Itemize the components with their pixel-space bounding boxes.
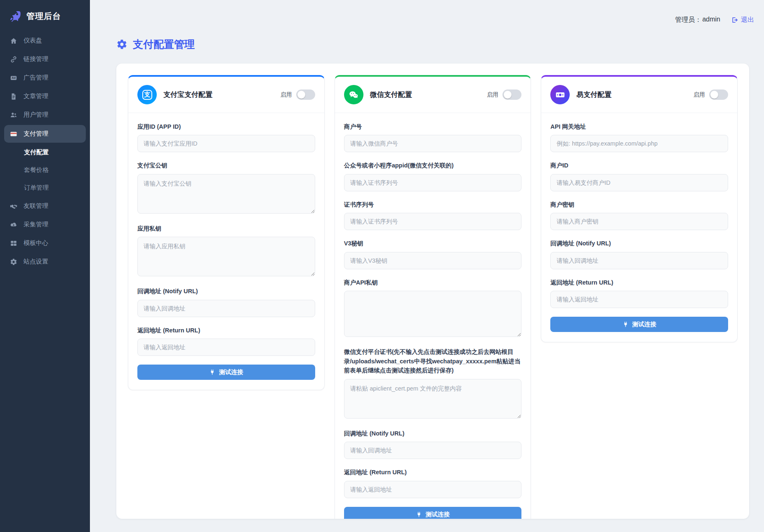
epay-card-body: API 网关地址商户ID商户密钥回调地址 (Notify URL)返回地址 (R… [541,113,737,342]
alipay-enable-group: 启用 [281,89,315,100]
wechat-card-title: 微信支付配置 [370,90,481,99]
field-label: 商户号 [344,122,522,131]
wechat-card-body: 商户号公众号或者小程序appid(微信支付关联的)证书序列号V3秘钥商户API私… [335,113,531,519]
alipay-enable-toggle[interactable] [296,89,315,100]
wechat-textarea-4[interactable] [344,291,522,337]
alipay-card-header: 支支付宝支付配置启用 [128,77,324,113]
epay-input-4[interactable] [550,291,728,308]
wechat-field: 公众号或者小程序appid(微信支付关联的) [344,161,522,191]
sidebar-item-label: 链接管理 [24,55,48,63]
logout-button[interactable]: 退出 [731,16,754,24]
wechat-field: 回调地址 (Notify URL) [344,429,522,459]
sidebar-item-payments[interactable]: 支付管理 [4,125,86,143]
wechat-enable-group: 启用 [487,89,521,100]
sidebar-item-label: 仪表盘 [24,37,42,45]
sidebar-item-label: 广告管理 [24,74,48,82]
epay-input-0[interactable] [550,135,728,152]
epay-enable-group: 启用 [693,89,728,100]
epay-test-connection-button[interactable]: 测试连接 [550,317,728,332]
home-icon [10,37,17,45]
wechat-field: 商户号 [344,122,522,152]
test-connection-label: 测试连接 [426,511,450,518]
gear-icon [10,258,17,266]
wechat-test-connection-button[interactable]: 测试连接 [344,507,522,519]
app-layout: 管理后台 仪表盘链接管理Ad广告管理文章管理用户管理支付管理支付配置套餐价格订单… [0,0,764,532]
wechat-input-6[interactable] [344,442,522,459]
test-connection-label: 测试连接 [632,320,656,328]
wechat-field: 商户API私钥 [344,278,522,339]
credit-card-icon [10,130,17,138]
wechat-card-header: 微信支付配置启用 [335,77,531,113]
epay-field: 商户密钥 [550,200,728,230]
cloud-download-icon [10,221,17,228]
enable-label: 启用 [693,91,705,99]
sidebar-subitem-orders[interactable]: 订单管理 [0,179,90,197]
wechat-config-card: 微信支付配置启用商户号公众号或者小程序appid(微信支付关联的)证书序列号V3… [335,75,531,519]
sidebar-item-label: 模板中心 [24,239,48,247]
epay-field: 商户ID [550,161,728,191]
epay-input-2[interactable] [550,213,728,230]
plug-icon [623,321,629,327]
sidebar-item-friend-links[interactable]: 友联管理 [0,197,90,215]
sidebar-item-templates[interactable]: 模板中心 [0,234,90,252]
sidebar-nav: 仪表盘链接管理Ad广告管理文章管理用户管理支付管理支付配置套餐价格订单管理友联管… [0,31,90,271]
gear-icon [116,39,127,50]
sidebar-item-articles[interactable]: 文章管理 [0,87,90,106]
wechat-input-3[interactable] [344,252,522,269]
epay-input-1[interactable] [550,174,728,191]
sidebar-item-dashboard[interactable]: 仪表盘 [0,31,90,50]
wechat-input-1[interactable] [344,174,522,191]
alipay-textarea-1[interactable] [137,174,315,214]
sidebar-subitem-pay-config[interactable]: 支付配置 [0,144,90,161]
svg-text:Ad: Ad [12,76,15,80]
plug-icon [416,511,422,518]
wechat-enable-toggle[interactable] [502,89,521,100]
alipay-textarea-2[interactable] [137,237,315,276]
alipay-input-0[interactable] [137,135,315,152]
page-title: 支付配置管理 [116,38,749,51]
alipay-input-3[interactable] [137,300,315,317]
sidebar-item-users[interactable]: 用户管理 [0,106,90,124]
wechat-input-2[interactable] [344,213,522,230]
wechat-field: 微信支付平台证书(先不输入先点击测试连接成功之后去网站根目录/uploads/w… [344,347,522,420]
alipay-icon: 支 [137,85,157,104]
brand-title: 管理后台 [26,11,61,22]
field-label: 返回地址 (Return URL) [137,326,315,335]
alipay-input-4[interactable] [137,339,315,356]
admin-label: 管理员： [675,16,701,24]
alipay-card-body: 应用ID (APP ID)支付宝公钥应用私钥回调地址 (Notify URL)返… [128,113,324,390]
wechat-field: 证书序列号 [344,200,522,230]
sidebar-item-label: 采集管理 [24,221,48,228]
epay-input-3[interactable] [550,252,728,269]
sidebar-item-site-settings[interactable]: 站点设置 [0,252,90,271]
enable-label: 启用 [487,91,498,99]
wechat-textarea-5[interactable] [344,379,522,419]
sidebar-item-links[interactable]: 链接管理 [0,50,90,68]
field-label: 返回地址 (Return URL) [344,468,522,477]
config-panel: 支支付宝支付配置启用应用ID (APP ID)支付宝公钥应用私钥回调地址 (No… [116,64,749,519]
sidebar-item-ads[interactable]: Ad广告管理 [0,68,90,87]
sidebar-item-label: 文章管理 [24,92,48,100]
field-label: 应用私钥 [137,224,315,233]
field-label: 商户密钥 [550,200,728,209]
sidebar-subitem-package-pricing[interactable]: 套餐价格 [0,161,90,179]
sidebar-item-label: 站点设置 [24,258,48,266]
field-label: 微信支付平台证书(先不输入先点击测试连接成功之后去网站根目录/uploads/w… [344,347,522,375]
page-title-text: 支付配置管理 [133,38,195,51]
wechat-input-7[interactable] [344,481,522,498]
field-label: 商户ID [550,161,728,170]
sidebar-item-collection[interactable]: 采集管理 [0,215,90,234]
field-label: 应用ID (APP ID) [137,122,315,131]
alipay-test-connection-button[interactable]: 测试连接 [137,365,315,380]
test-connection-label: 测试连接 [219,368,243,376]
field-label: 回调地址 (Notify URL) [137,287,315,296]
grid-icon [10,240,17,247]
epay-card-header: 易支付配置启用 [541,77,737,113]
wechat-input-0[interactable] [344,135,522,152]
topbar: 管理员： admin 退出 [90,0,764,24]
alipay-field: 支付宝公钥 [137,161,315,215]
brand: 管理后台 [0,7,90,31]
money-bill-icon [550,85,570,104]
admin-name: admin [702,16,720,24]
epay-enable-toggle[interactable] [709,89,728,100]
